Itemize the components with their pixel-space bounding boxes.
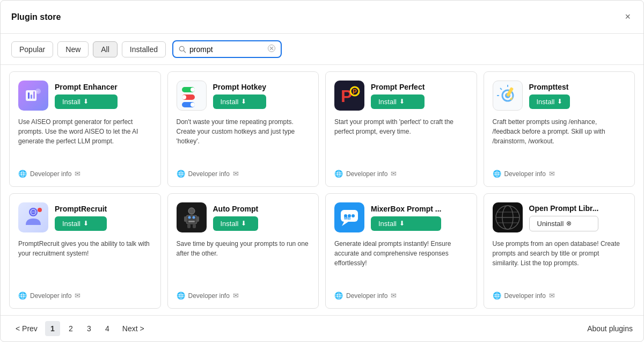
dev-label[interactable]: Developer info xyxy=(30,292,71,300)
about-plugins-link[interactable]: About plugins xyxy=(587,324,633,333)
install-button-prompt-perfect[interactable]: Install ⬇ xyxy=(371,94,425,109)
dev-label[interactable]: Developer info xyxy=(346,292,387,300)
filter-bar: Popular New All Installed xyxy=(1,34,643,65)
developer-info: 🌐 Developer info ✉ xyxy=(334,292,468,300)
page-navigation: < Prev 1 2 3 4 Next > xyxy=(11,321,149,336)
dev-email-icon: ✉ xyxy=(549,170,555,178)
svg-rect-8 xyxy=(33,91,35,99)
filter-new[interactable]: New xyxy=(57,41,89,57)
svg-rect-37 xyxy=(196,216,199,222)
dev-email-icon: ✉ xyxy=(75,292,80,300)
plugin-name: PromptRecruit xyxy=(55,205,107,213)
svg-text:MB: MB xyxy=(344,216,351,221)
plugin-icon-mixerbox: MB xyxy=(334,202,364,232)
filter-installed[interactable]: Installed xyxy=(122,41,166,57)
plugin-card-prompttest: Prompttest Install ⬇ Craft better prompt… xyxy=(484,71,635,187)
prev-page-button[interactable]: < Prev xyxy=(11,322,42,335)
plugin-card-prompt-hotkey: Prompt Hotkey Install ⬇ Don't waste your… xyxy=(167,71,319,187)
plugin-name: MixerBox Prompt ... xyxy=(371,205,441,213)
svg-point-16 xyxy=(191,103,195,107)
uninstall-button-open-prompt-libr[interactable]: Uninstall ⊗ xyxy=(529,216,599,231)
dev-label[interactable]: Developer info xyxy=(504,170,546,178)
dev-label[interactable]: Developer info xyxy=(30,170,71,178)
dev-globe-icon: 🌐 xyxy=(334,292,343,300)
card-top: Prompt Hotkey Install ⬇ xyxy=(177,81,310,111)
install-button-prompttest[interactable]: Install ⬇ xyxy=(529,94,570,109)
plugin-icon-prompt-hotkey xyxy=(177,81,207,111)
install-button-auto-prompt[interactable]: Install ⬇ xyxy=(213,216,259,231)
install-button-promptrecruit[interactable]: Install ⬇ xyxy=(55,216,107,231)
dev-email-icon: ✉ xyxy=(233,170,239,178)
dev-label[interactable]: Developer info xyxy=(188,170,230,178)
search-icon xyxy=(179,46,186,53)
dev-globe-icon: 🌐 xyxy=(334,170,343,178)
svg-line-25 xyxy=(500,88,502,90)
dev-globe-icon: 🌐 xyxy=(177,292,185,300)
plugin-name: Prompt Perfect xyxy=(371,83,425,91)
plugin-card-mixerbox-prompt: MB MixerBox Prompt ... Install ⬇ Generat… xyxy=(325,193,477,309)
plugin-description: Generate ideal prompts instantly! Ensure… xyxy=(334,239,468,285)
install-button-prompt-enhancer[interactable]: Install ⬇ xyxy=(55,94,118,109)
page-4[interactable]: 4 xyxy=(100,321,115,336)
uninstall-circle-icon: ⊗ xyxy=(566,220,572,227)
install-button-mixerbox-prompt[interactable]: Install ⬇ xyxy=(371,216,441,231)
dev-label[interactable]: Developer info xyxy=(188,292,230,300)
developer-info: 🌐 Developer info ✉ xyxy=(493,170,626,178)
card-top: Prompttest Install ⬇ xyxy=(493,81,626,111)
dev-globe-icon: 🌐 xyxy=(177,170,185,178)
svg-point-14 xyxy=(182,95,186,99)
plugin-name: Open Prompt Libr... xyxy=(529,204,599,213)
plugin-card-open-prompt-libr: Open Prompt Libr... Uninstall ⊗ Use prom… xyxy=(484,193,635,309)
developer-info: 🌐 Developer info ✉ xyxy=(18,292,152,300)
plugin-icon-prompttest xyxy=(493,81,523,111)
card-top: PromptRecruit Install ⬇ xyxy=(18,202,152,232)
card-top: Auto Prompt Install ⬇ xyxy=(177,202,310,232)
card-top: P P Prompt Perfect Install ⬇ xyxy=(334,81,468,111)
svg-line-1 xyxy=(184,50,186,53)
page-2[interactable]: 2 xyxy=(63,321,78,336)
card-top-right: Prompttest Install ⬇ xyxy=(529,83,570,109)
card-top: MB MixerBox Prompt ... Install ⬇ xyxy=(334,202,468,232)
modal-header: Plugin store × xyxy=(1,1,643,34)
svg-point-12 xyxy=(191,88,195,92)
svg-rect-35 xyxy=(188,221,195,222)
close-button[interactable]: × xyxy=(623,9,633,25)
search-input[interactable] xyxy=(189,45,265,54)
plugin-icon-open-prompt xyxy=(493,202,523,232)
developer-info: 🌐 Developer info ✉ xyxy=(177,292,310,300)
pagination: < Prev 1 2 3 4 Next > About plugins xyxy=(1,315,643,341)
modal-title: Plugin store xyxy=(11,12,61,22)
dev-email-icon: ✉ xyxy=(391,170,397,178)
plugin-name: Prompttest xyxy=(529,83,570,91)
filter-popular[interactable]: Popular xyxy=(11,41,53,57)
install-button-prompt-hotkey[interactable]: Install ⬇ xyxy=(213,94,267,109)
dev-label[interactable]: Developer info xyxy=(346,170,387,178)
page-3[interactable]: 3 xyxy=(82,321,97,336)
svg-rect-39 xyxy=(193,224,196,228)
svg-point-34 xyxy=(192,216,195,219)
svg-point-45 xyxy=(352,214,355,217)
dev-globe-icon: 🌐 xyxy=(493,170,501,178)
plugin-description: Use AISEO prompt generator for perfect p… xyxy=(18,117,152,163)
card-top-right: PromptRecruit Install ⬇ xyxy=(55,205,107,231)
download-icon: ⬇ xyxy=(241,220,246,227)
dev-label[interactable]: Developer info xyxy=(504,292,546,300)
plugin-icon-promptrecruit xyxy=(18,202,48,232)
card-top: Open Prompt Libr... Uninstall ⊗ xyxy=(493,202,626,232)
plugin-card-prompt-perfect: P P Prompt Perfect Install ⬇ Start your … xyxy=(325,71,477,187)
plugin-description: Craft better prompts using /enhance, /fe… xyxy=(493,117,626,163)
plugin-description: Don't waste your time repeating prompts.… xyxy=(177,117,310,163)
svg-rect-32 xyxy=(186,215,197,224)
filter-all[interactable]: All xyxy=(93,41,118,57)
page-1[interactable]: 1 xyxy=(45,321,60,336)
card-top-right: Auto Prompt Install ⬇ xyxy=(213,205,259,231)
next-page-button[interactable]: Next > xyxy=(118,322,149,335)
developer-info: 🌐 Developer info ✉ xyxy=(177,170,310,178)
svg-rect-38 xyxy=(187,224,191,228)
plugin-grid: ↑ Prompt Enhancer Install ⬇ Use AISEO pr… xyxy=(1,65,643,315)
plugin-description: Save time by queuing your prompts to run… xyxy=(177,239,310,285)
dev-globe-icon: 🌐 xyxy=(18,170,27,178)
search-clear-button[interactable] xyxy=(268,45,275,54)
download-icon: ⬇ xyxy=(83,98,89,105)
card-top-right: MixerBox Prompt ... Install ⬇ xyxy=(371,205,441,231)
